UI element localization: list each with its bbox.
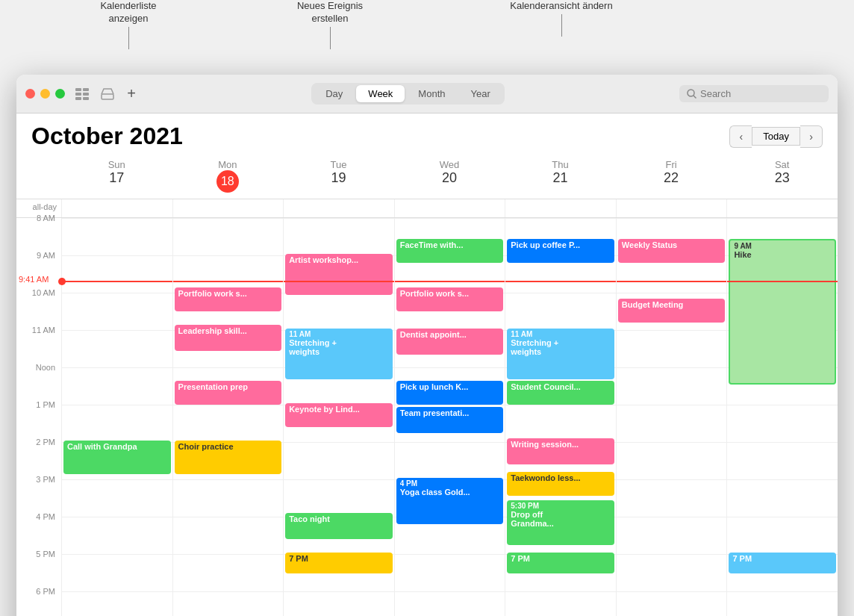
event-weekly-status[interactable]: Weekly Status xyxy=(618,239,726,263)
event-stretching-tue[interactable]: 11 AM Stretching + weights xyxy=(285,329,393,379)
tab-week[interactable]: Week xyxy=(356,85,405,102)
event-7pm-thu[interactable]: 7 PM xyxy=(507,553,614,573)
svg-rect-5 xyxy=(83,97,89,100)
minimize-button[interactable] xyxy=(40,89,50,99)
day-col-tue[interactable]: Artist workshop... 11 AM Stretching + we… xyxy=(283,218,394,616)
all-day-fri xyxy=(616,199,727,217)
current-time-line-tue xyxy=(284,281,394,282)
current-time-line-sat xyxy=(727,281,838,282)
day-col-sun[interactable]: Call with Grandpa 9:41 AM xyxy=(61,218,172,616)
day-header-tue: Tue 19 xyxy=(283,156,394,196)
event-choir[interactable]: Choir practice xyxy=(175,441,282,474)
current-time-line-mon xyxy=(173,281,284,282)
day-col-sat[interactable]: 9 AM Hike 7 PM xyxy=(726,218,838,616)
event-dropoff-grandma[interactable]: 5:30 PM Drop off Grandma... xyxy=(507,500,614,545)
event-facetime[interactable]: FaceTime with... xyxy=(396,239,504,263)
event-team-presentation[interactable]: Team presentati... xyxy=(396,407,504,433)
event-taco-night[interactable]: Taco night xyxy=(285,513,393,539)
svg-point-7 xyxy=(688,90,694,96)
day-header-mon: Mon 18 xyxy=(172,156,284,196)
close-button[interactable] xyxy=(25,89,35,99)
tab-day[interactable]: Day xyxy=(314,85,355,102)
svg-rect-0 xyxy=(75,88,81,91)
event-presentation-prep[interactable]: Presentation prep xyxy=(175,381,282,405)
all-day-thu xyxy=(505,199,616,217)
svg-rect-1 xyxy=(75,93,81,96)
all-day-mon xyxy=(172,199,284,217)
day-header-thu: Thu 21 xyxy=(505,156,616,196)
event-writing-session[interactable]: Writing session... xyxy=(507,438,614,464)
traffic-lights xyxy=(25,89,65,99)
current-time-line-thu xyxy=(505,281,616,282)
event-7pm-tue[interactable]: 7 PM xyxy=(285,553,393,573)
calendar-body: all-day 8 AM 9 AM 10 AM 11 AM Noon 1 xyxy=(16,199,838,616)
event-pickup-coffee[interactable]: Pick up coffee P... xyxy=(507,239,614,263)
inbox-icon[interactable] xyxy=(99,86,116,102)
svg-rect-3 xyxy=(83,88,89,91)
event-call-grandpa[interactable]: Call with Grandpa xyxy=(63,441,171,474)
month-year-title: October 2021 xyxy=(31,122,183,150)
tab-year[interactable]: Year xyxy=(458,85,502,102)
tab-month[interactable]: Month xyxy=(406,85,457,102)
event-hike[interactable]: 9 AM Hike xyxy=(729,239,836,385)
event-budget-meeting[interactable]: Budget Meeting xyxy=(618,299,726,323)
current-time-line-fri xyxy=(617,281,727,282)
event-pickup-lunch[interactable]: Pick up lunch K... xyxy=(396,381,504,405)
toolbar-icons xyxy=(74,86,116,102)
all-day-wed xyxy=(394,199,505,217)
add-event-button[interactable]: + xyxy=(123,86,140,102)
event-taekwondo[interactable]: Taekwondo less... xyxy=(507,472,614,496)
titlebar: + Day Week Month Year xyxy=(16,75,838,113)
current-time-line: 9:41 AM xyxy=(62,281,172,282)
next-arrow[interactable]: › xyxy=(800,125,823,148)
day-header-sat: Sat 23 xyxy=(726,156,838,196)
calendar-header: October 2021 ‹ Today › xyxy=(16,113,838,156)
annotation-new-event: Neues Ereignis erstellen xyxy=(285,0,375,49)
svg-rect-2 xyxy=(75,97,81,100)
event-yoga[interactable]: 4 PM Yoga class Gold... xyxy=(396,478,504,524)
event-portfolio-mon[interactable]: Portfolio work s... xyxy=(175,287,282,311)
day-header-wed: Wed 20 xyxy=(394,156,505,196)
calendar-window: + Day Week Month Year October 2021 ‹ xyxy=(16,75,838,616)
view-tabs: Day Week Month Year xyxy=(311,83,505,105)
day-header-sun: Sun 17 xyxy=(61,156,172,196)
day-col-thu[interactable]: Pick up coffee P... 11 AM Stretching + w… xyxy=(505,218,616,616)
event-portfolio-wed[interactable]: Portfolio work s... xyxy=(396,287,504,311)
event-student-council[interactable]: Student Council... xyxy=(507,381,614,405)
annotation-calendar-list: Kalenderliste anzeigen xyxy=(87,0,169,49)
maximize-button[interactable] xyxy=(55,89,65,99)
all-day-row: all-day xyxy=(16,199,838,218)
search-input[interactable] xyxy=(700,88,820,99)
day-col-mon[interactable]: Portfolio work s... Leadership skill... … xyxy=(172,218,284,616)
all-day-sun xyxy=(61,199,172,217)
event-keynote[interactable]: Keynote by Lind... xyxy=(285,403,393,427)
event-leadership[interactable]: Leadership skill... xyxy=(175,325,282,351)
day-col-wed[interactable]: FaceTime with... Portfolio work s... Den… xyxy=(394,218,505,616)
search-icon xyxy=(687,89,696,99)
current-time-dot xyxy=(58,278,66,285)
prev-arrow[interactable]: ‹ xyxy=(729,125,752,148)
svg-rect-6 xyxy=(102,94,113,99)
event-dentist[interactable]: Dentist appoint... xyxy=(396,329,504,355)
navigation-controls: ‹ Today › xyxy=(729,125,823,148)
svg-rect-4 xyxy=(83,93,89,96)
current-time-line-wed xyxy=(395,281,505,282)
day-col-fri[interactable]: Weekly Status Budget Meeting xyxy=(616,218,727,616)
event-7pm-sat[interactable]: 7 PM xyxy=(729,553,836,573)
svg-line-8 xyxy=(694,96,696,99)
event-artist-workshop[interactable]: Artist workshop... xyxy=(285,254,393,295)
current-time-label: 9:41 AM xyxy=(19,275,49,284)
all-day-sat xyxy=(726,199,838,217)
annotation-change-view: Kalenderansicht ändern xyxy=(509,0,614,37)
event-stretching-thu[interactable]: 11 AM Stretching + weights xyxy=(507,329,614,379)
day-header-fri: Fri 22 xyxy=(616,156,727,196)
days-header: Sun 17 Mon 18 Tue 19 Wed 20 Thu 21 Fri 2… xyxy=(16,156,838,199)
time-grid: 8 AM 9 AM 10 AM 11 AM Noon 1 PM 2 PM 3 P… xyxy=(16,218,838,616)
calendar-list-icon[interactable] xyxy=(74,86,90,102)
today-button[interactable]: Today xyxy=(752,127,800,146)
search-box[interactable] xyxy=(679,85,829,102)
all-day-tue xyxy=(283,199,394,217)
